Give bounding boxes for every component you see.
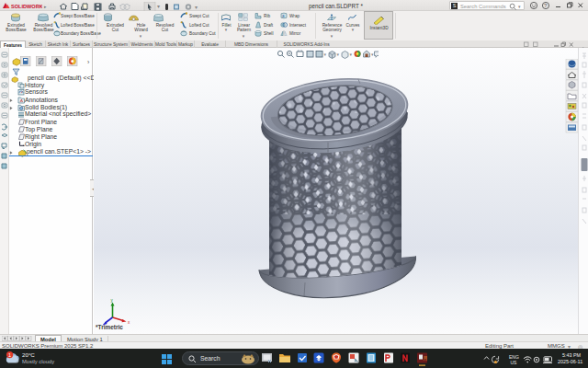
svg-text:▾: ▾ — [350, 52, 353, 57]
svg-text:?: ? — [544, 3, 548, 8]
svg-text:▾: ▾ — [337, 52, 340, 57]
svg-text:y: y — [111, 298, 114, 303]
svg-text:月: 月 — [424, 355, 428, 362]
svg-text:US: US — [511, 360, 518, 365]
svg-text:›: › — [87, 59, 90, 65]
svg-text:▾: ▾ — [324, 52, 327, 57]
svg-text:x: x — [128, 320, 130, 325]
svg-text:SOLIDWORKS: SOLIDWORKS — [11, 4, 42, 9]
svg-text:▾: ▾ — [195, 5, 198, 10]
svg-text:1: 1 — [8, 352, 11, 358]
svg-text:▾: ▾ — [371, 52, 374, 57]
svg-text:▾: ▾ — [157, 4, 160, 9]
